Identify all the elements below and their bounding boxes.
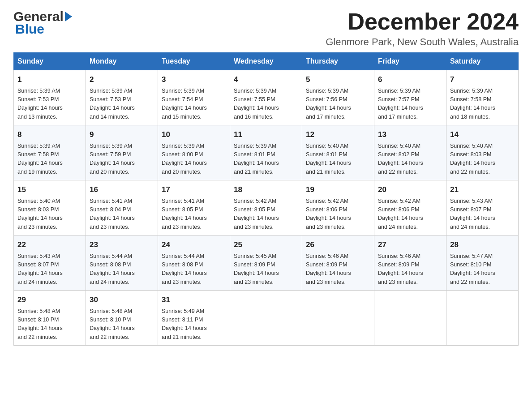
day-number: 17 [162, 184, 226, 196]
calendar-cell [230, 291, 302, 346]
calendar-week-row: 8 Sunrise: 5:39 AM Sunset: 7:58 PM Dayli… [14, 125, 519, 180]
calendar-cell: 31 Sunrise: 5:49 AM Sunset: 8:11 PM Dayl… [158, 291, 230, 346]
day-info: Sunrise: 5:39 AM Sunset: 7:54 PM Dayligh… [162, 87, 226, 122]
calendar-cell: 6 Sunrise: 5:39 AM Sunset: 7:57 PM Dayli… [374, 70, 446, 125]
logo-blue-text: Blue [15, 21, 73, 37]
day-number: 13 [378, 129, 442, 141]
calendar-cell: 2 Sunrise: 5:39 AM Sunset: 7:53 PM Dayli… [86, 70, 158, 125]
day-number: 31 [162, 294, 226, 306]
month-title: December 2024 [326, 9, 519, 34]
day-info: Sunrise: 5:42 AM Sunset: 8:05 PM Dayligh… [234, 197, 298, 232]
calendar-cell: 28 Sunrise: 5:47 AM Sunset: 8:10 PM Dayl… [446, 235, 519, 291]
day-number: 4 [234, 74, 298, 86]
day-info: Sunrise: 5:40 AM Sunset: 8:01 PM Dayligh… [306, 142, 370, 177]
calendar-cell: 24 Sunrise: 5:44 AM Sunset: 8:08 PM Dayl… [158, 235, 230, 291]
day-number: 23 [90, 239, 154, 251]
day-info: Sunrise: 5:40 AM Sunset: 8:03 PM Dayligh… [450, 142, 515, 177]
calendar-cell: 23 Sunrise: 5:44 AM Sunset: 8:08 PM Dayl… [86, 235, 158, 291]
day-header-friday: Friday [374, 53, 446, 70]
calendar-cell: 3 Sunrise: 5:39 AM Sunset: 7:54 PM Dayli… [158, 70, 230, 125]
calendar-cell: 11 Sunrise: 5:39 AM Sunset: 8:01 PM Dayl… [230, 125, 302, 180]
calendar-table: SundayMondayTuesdayWednesdayThursdayFrid… [13, 52, 519, 346]
calendar-cell: 30 Sunrise: 5:48 AM Sunset: 8:10 PM Dayl… [86, 291, 158, 346]
day-header-tuesday: Tuesday [158, 53, 230, 70]
calendar-cell: 16 Sunrise: 5:41 AM Sunset: 8:04 PM Dayl… [86, 180, 158, 235]
calendar-cell: 8 Sunrise: 5:39 AM Sunset: 7:58 PM Dayli… [14, 125, 86, 180]
day-info: Sunrise: 5:39 AM Sunset: 7:53 PM Dayligh… [17, 87, 82, 122]
logo-arrow-icon [65, 12, 72, 21]
day-info: Sunrise: 5:46 AM Sunset: 8:09 PM Dayligh… [378, 252, 442, 287]
calendar-week-row: 1 Sunrise: 5:39 AM Sunset: 7:53 PM Dayli… [14, 70, 519, 125]
day-info: Sunrise: 5:40 AM Sunset: 8:03 PM Dayligh… [17, 197, 82, 232]
day-number: 7 [450, 74, 515, 86]
day-info: Sunrise: 5:48 AM Sunset: 8:10 PM Dayligh… [90, 307, 154, 342]
day-info: Sunrise: 5:44 AM Sunset: 8:08 PM Dayligh… [162, 252, 226, 287]
day-number: 6 [378, 74, 442, 86]
day-info: Sunrise: 5:39 AM Sunset: 8:01 PM Dayligh… [234, 142, 298, 177]
day-header-thursday: Thursday [302, 53, 374, 70]
day-header-saturday: Saturday [446, 53, 519, 70]
day-info: Sunrise: 5:39 AM Sunset: 7:58 PM Dayligh… [17, 142, 82, 177]
calendar-cell: 5 Sunrise: 5:39 AM Sunset: 7:56 PM Dayli… [302, 70, 374, 125]
day-number: 8 [17, 129, 82, 141]
calendar-week-row: 22 Sunrise: 5:43 AM Sunset: 8:07 PM Dayl… [14, 235, 519, 291]
day-info: Sunrise: 5:47 AM Sunset: 8:10 PM Dayligh… [450, 252, 515, 287]
calendar-cell: 13 Sunrise: 5:40 AM Sunset: 8:02 PM Dayl… [374, 125, 446, 180]
calendar-cell: 18 Sunrise: 5:42 AM Sunset: 8:05 PM Dayl… [230, 180, 302, 235]
calendar-cell: 17 Sunrise: 5:41 AM Sunset: 8:05 PM Dayl… [158, 180, 230, 235]
calendar-cell: 27 Sunrise: 5:46 AM Sunset: 8:09 PM Dayl… [374, 235, 446, 291]
calendar-cell: 22 Sunrise: 5:43 AM Sunset: 8:07 PM Dayl… [14, 235, 86, 291]
calendar-cell: 14 Sunrise: 5:40 AM Sunset: 8:03 PM Dayl… [446, 125, 519, 180]
day-header-wednesday: Wednesday [230, 53, 302, 70]
day-header-sunday: Sunday [14, 53, 86, 70]
day-info: Sunrise: 5:39 AM Sunset: 7:58 PM Dayligh… [450, 87, 515, 122]
day-number: 14 [450, 129, 515, 141]
day-info: Sunrise: 5:48 AM Sunset: 8:10 PM Dayligh… [17, 307, 82, 342]
calendar-cell: 29 Sunrise: 5:48 AM Sunset: 8:10 PM Dayl… [14, 291, 86, 346]
calendar-week-row: 15 Sunrise: 5:40 AM Sunset: 8:03 PM Dayl… [14, 180, 519, 235]
calendar-cell: 12 Sunrise: 5:40 AM Sunset: 8:01 PM Dayl… [302, 125, 374, 180]
day-number: 25 [234, 239, 298, 251]
day-header-monday: Monday [86, 53, 158, 70]
day-info: Sunrise: 5:42 AM Sunset: 8:06 PM Dayligh… [306, 197, 370, 232]
day-info: Sunrise: 5:41 AM Sunset: 8:04 PM Dayligh… [90, 197, 154, 232]
calendar-cell: 4 Sunrise: 5:39 AM Sunset: 7:55 PM Dayli… [230, 70, 302, 125]
day-info: Sunrise: 5:42 AM Sunset: 8:06 PM Dayligh… [378, 197, 442, 232]
calendar-header-row: SundayMondayTuesdayWednesdayThursdayFrid… [14, 53, 519, 70]
day-number: 16 [90, 184, 154, 196]
location-title: Glenmore Park, New South Wales, Australi… [326, 36, 519, 48]
day-number: 15 [17, 184, 82, 196]
day-info: Sunrise: 5:43 AM Sunset: 8:07 PM Dayligh… [450, 197, 515, 232]
day-number: 19 [306, 184, 370, 196]
day-number: 28 [450, 239, 515, 251]
day-number: 22 [17, 239, 82, 251]
calendar-cell: 7 Sunrise: 5:39 AM Sunset: 7:58 PM Dayli… [446, 70, 519, 125]
logo: General Blue [13, 9, 73, 37]
day-info: Sunrise: 5:39 AM Sunset: 7:55 PM Dayligh… [234, 87, 298, 122]
calendar-cell: 21 Sunrise: 5:43 AM Sunset: 8:07 PM Dayl… [446, 180, 519, 235]
calendar-cell: 1 Sunrise: 5:39 AM Sunset: 7:53 PM Dayli… [14, 70, 86, 125]
day-number: 24 [162, 239, 226, 251]
day-number: 30 [90, 294, 154, 306]
day-number: 1 [17, 74, 82, 86]
day-number: 10 [162, 129, 226, 141]
day-info: Sunrise: 5:40 AM Sunset: 8:02 PM Dayligh… [378, 142, 442, 177]
day-info: Sunrise: 5:44 AM Sunset: 8:08 PM Dayligh… [90, 252, 154, 287]
day-number: 20 [378, 184, 442, 196]
day-info: Sunrise: 5:41 AM Sunset: 8:05 PM Dayligh… [162, 197, 226, 232]
calendar-cell [446, 291, 519, 346]
day-info: Sunrise: 5:39 AM Sunset: 7:53 PM Dayligh… [90, 87, 154, 122]
calendar-cell: 19 Sunrise: 5:42 AM Sunset: 8:06 PM Dayl… [302, 180, 374, 235]
day-number: 29 [17, 294, 82, 306]
day-number: 26 [306, 239, 370, 251]
day-number: 5 [306, 74, 370, 86]
calendar-week-row: 29 Sunrise: 5:48 AM Sunset: 8:10 PM Dayl… [14, 291, 519, 346]
calendar-cell: 9 Sunrise: 5:39 AM Sunset: 7:59 PM Dayli… [86, 125, 158, 180]
day-info: Sunrise: 5:39 AM Sunset: 7:59 PM Dayligh… [90, 142, 154, 177]
calendar-cell: 15 Sunrise: 5:40 AM Sunset: 8:03 PM Dayl… [14, 180, 86, 235]
calendar-cell [302, 291, 374, 346]
page-header: General Blue December 2024 Glenmore Park… [13, 9, 519, 48]
day-number: 11 [234, 129, 298, 141]
day-info: Sunrise: 5:39 AM Sunset: 7:57 PM Dayligh… [378, 87, 442, 122]
day-info: Sunrise: 5:39 AM Sunset: 8:00 PM Dayligh… [162, 142, 226, 177]
